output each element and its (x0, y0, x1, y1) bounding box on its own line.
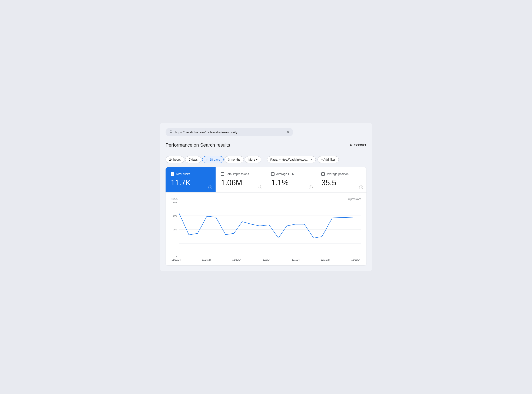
y-axis-right-label: Impressions (348, 198, 361, 201)
help-icon-impressions[interactable]: ? (259, 186, 262, 189)
svg-text:750: 750 (173, 202, 177, 203)
metric-value-position: 35.5 (321, 178, 361, 187)
metric-value-impressions: 1.06M (221, 178, 261, 187)
metric-header-ctr: Average CTR (271, 172, 311, 176)
export-button[interactable]: ⬇ EXPORT (349, 143, 366, 147)
metric-header-position: Average position (321, 172, 361, 176)
export-label: EXPORT (354, 144, 366, 147)
svg-line-1 (172, 132, 172, 133)
metric-checkbox-clicks[interactable] (171, 172, 174, 176)
header-row: Performance on Search results ⬇ EXPORT (166, 142, 366, 148)
add-filter-label: + Add filter (321, 158, 335, 161)
main-container: https://backlinko.com/tools/website-auth… (160, 123, 372, 271)
metric-avg-ctr[interactable]: Average CTR 1.1% ? (266, 167, 316, 192)
metrics-row: Total clicks 11.7K ? Total impressions 1… (166, 167, 366, 192)
chart-area: Clicks Impressions 750 500 250 0 (166, 192, 366, 265)
page-filter-label: Page: +https://backlinko.co... (270, 158, 308, 161)
filter-more[interactable]: More ▾ (245, 156, 261, 163)
svg-text:0: 0 (176, 256, 177, 257)
export-icon: ⬇ (349, 143, 352, 147)
svg-text:500: 500 (173, 214, 177, 217)
x-label-2: 11/29/24 (232, 259, 241, 261)
metric-total-impressions[interactable]: Total impressions 1.06M ? (216, 167, 266, 192)
x-label-4: 12/7/24 (292, 259, 300, 261)
metric-label-clicks: Total clicks (176, 172, 190, 176)
filter-28d-label: 28 days (210, 158, 220, 161)
x-axis-labels: 11/21/24 11/25/24 11/29/24 12/3/24 12/7/… (171, 259, 361, 261)
metrics-card: Total clicks 11.7K ? Total impressions 1… (166, 167, 366, 265)
y-axis-left-label: Clicks (171, 198, 177, 201)
chart-svg: 750 500 250 0 (171, 202, 361, 257)
divider (166, 152, 366, 152)
chevron-down-icon: ▾ (256, 158, 257, 161)
filter-row: 24 hours 7 days ✓ 28 days 3 months More … (166, 156, 366, 163)
filter-7d[interactable]: 7 days (185, 156, 201, 163)
x-label-6: 12/15/24 (351, 259, 360, 261)
metric-label-impressions: Total impressions (226, 172, 249, 176)
help-icon-ctr[interactable]: ? (309, 186, 313, 189)
metric-value-ctr: 1.1% (271, 178, 311, 187)
metric-value-clicks: 11.7K (171, 178, 210, 187)
metric-total-clicks[interactable]: Total clicks 11.7K ? (166, 167, 216, 192)
help-icon-position[interactable]: ? (359, 186, 363, 189)
url-clear-button[interactable]: ✕ (287, 130, 289, 134)
x-label-1: 11/25/24 (202, 259, 211, 261)
search-icon (169, 130, 173, 134)
checkmark-icon: ✓ (206, 158, 208, 161)
page-filter[interactable]: Page: +https://backlinko.co... ✕ (267, 156, 316, 163)
time-filter-group: 24 hours 7 days ✓ 28 days 3 months More … (166, 156, 261, 163)
filter-24h[interactable]: 24 hours (166, 156, 184, 163)
add-filter-button[interactable]: + Add filter (318, 156, 339, 163)
filter-3m[interactable]: 3 months (224, 156, 244, 163)
metric-header-impressions: Total impressions (221, 172, 261, 176)
metric-avg-position[interactable]: Average position 35.5 ? (316, 167, 366, 192)
page-filter-close[interactable]: ✕ (310, 158, 313, 161)
svg-text:250: 250 (173, 228, 177, 231)
chart-labels-row: Clicks Impressions (171, 198, 361, 201)
metric-label-ctr: Average CTR (276, 172, 294, 176)
x-label-5: 12/11/24 (321, 259, 330, 261)
filter-more-label: More (248, 158, 255, 161)
page-title: Performance on Search results (166, 142, 230, 148)
chart-wrapper: 750 500 250 0 (171, 202, 361, 257)
help-icon-clicks[interactable]: ? (208, 186, 212, 189)
metric-label-position: Average position (326, 172, 349, 176)
url-value: https://backlinko.com/tools/website-auth… (175, 130, 285, 134)
url-bar[interactable]: https://backlinko.com/tools/website-auth… (166, 128, 293, 136)
metric-checkbox-position[interactable] (321, 172, 325, 176)
x-label-3: 12/3/24 (263, 259, 271, 261)
x-label-0: 11/21/24 (172, 259, 181, 261)
filter-28d[interactable]: ✓ 28 days (202, 156, 224, 163)
metric-header-clicks: Total clicks (171, 172, 210, 176)
metric-checkbox-ctr[interactable] (271, 172, 275, 176)
metric-checkbox-impressions[interactable] (221, 172, 224, 176)
